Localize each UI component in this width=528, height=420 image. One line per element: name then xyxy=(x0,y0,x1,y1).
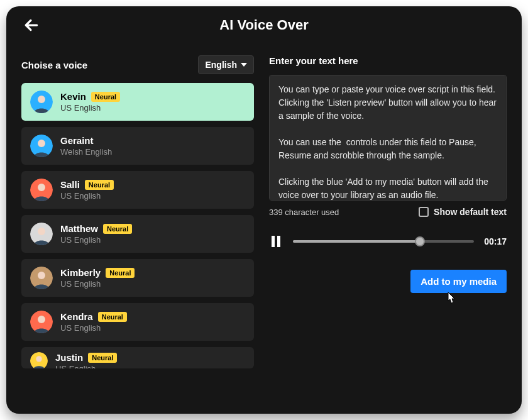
voice-name: Matthew xyxy=(60,223,98,234)
back-button[interactable] xyxy=(21,15,41,35)
voice-name: Kimberly xyxy=(60,267,101,278)
svg-point-3 xyxy=(38,96,45,103)
neural-badge: Neural xyxy=(88,353,117,363)
svg-point-11 xyxy=(38,272,45,279)
voice-sub: US English xyxy=(55,364,117,368)
add-to-media-button[interactable]: Add to my media xyxy=(410,270,507,293)
avatar xyxy=(30,352,48,368)
script-input[interactable] xyxy=(269,75,507,201)
voice-meta: KimberlyNeuralUS English xyxy=(60,267,135,289)
svg-point-9 xyxy=(38,228,45,235)
show-default-text-label: Show default text xyxy=(434,207,507,217)
voice-name: Kendra xyxy=(60,311,93,322)
avatar xyxy=(30,179,53,201)
voice-name-row: Geraint xyxy=(60,135,112,146)
page-title: AI Voice Over xyxy=(219,17,308,33)
left-panel: Choise a voice English KevinNeuralUS Eng… xyxy=(21,44,254,399)
avatar xyxy=(30,135,53,157)
voice-card[interactable]: KevinNeuralUS English xyxy=(21,83,254,121)
neural-badge: Neural xyxy=(103,224,132,234)
voice-sub: US English xyxy=(60,235,132,245)
voice-sub: US English xyxy=(60,191,114,201)
voice-card[interactable]: SalliNeuralUS English xyxy=(21,171,254,209)
voice-name-row: SalliNeural xyxy=(60,179,114,190)
voice-card[interactable]: GeraintWelsh English xyxy=(21,127,254,165)
neural-badge: Neural xyxy=(91,92,120,102)
avatar xyxy=(30,223,53,245)
caret-down-icon xyxy=(241,62,247,68)
voice-card[interactable]: MatthewNeuralUS English xyxy=(21,215,254,253)
text-label: Enter your text here xyxy=(269,55,507,66)
svg-rect-16 xyxy=(272,236,275,247)
language-select[interactable]: English xyxy=(198,55,254,74)
right-panel: Enter your text here 339 character used … xyxy=(269,44,507,399)
seek-track[interactable] xyxy=(293,240,474,243)
time-display: 00:17 xyxy=(484,236,507,246)
voice-sub: Welsh English xyxy=(60,147,112,157)
voice-sub: US English xyxy=(60,323,127,333)
cursor-icon xyxy=(444,291,458,307)
svg-point-15 xyxy=(36,356,41,362)
textarea-footer: 339 character used Show default text xyxy=(269,207,507,217)
choose-voice-label: Choise a voice xyxy=(21,60,87,70)
voice-card[interactable]: JustinNeuralUS English xyxy=(21,347,254,368)
svg-rect-17 xyxy=(277,236,280,247)
app-window: AI Voice Over Choise a voice English Kev… xyxy=(6,6,522,414)
left-panel-header: Choise a voice English xyxy=(21,55,254,74)
voice-sub: US English xyxy=(60,279,135,289)
voice-name-row: MatthewNeural xyxy=(60,223,132,234)
checkbox-icon xyxy=(419,207,429,217)
voice-name-row: KevinNeural xyxy=(60,91,120,102)
voice-name: Salli xyxy=(60,179,80,190)
avatar xyxy=(30,311,53,333)
svg-point-5 xyxy=(38,140,45,147)
svg-point-13 xyxy=(38,316,45,323)
avatar xyxy=(30,267,53,289)
neural-badge: Neural xyxy=(85,180,114,190)
body: Choise a voice English KevinNeuralUS Eng… xyxy=(6,44,522,414)
language-select-value: English xyxy=(205,60,237,70)
voice-list: KevinNeuralUS EnglishGeraintWelsh Englis… xyxy=(21,83,254,399)
voice-meta: SalliNeuralUS English xyxy=(60,179,114,201)
voice-name: Kevin xyxy=(60,91,86,102)
voice-name: Geraint xyxy=(60,135,94,146)
voice-meta: JustinNeuralUS English xyxy=(55,352,117,368)
svg-marker-1 xyxy=(241,63,247,67)
voice-name-row: JustinNeural xyxy=(55,352,117,363)
pause-button[interactable] xyxy=(269,235,283,248)
cta-row: Add to my media xyxy=(269,270,507,293)
svg-point-7 xyxy=(38,184,45,191)
voice-card[interactable]: KendraNeuralUS English xyxy=(21,303,254,341)
arrow-left-icon xyxy=(23,17,40,33)
seek-progress xyxy=(293,240,420,243)
voice-meta: GeraintWelsh English xyxy=(60,135,112,157)
show-default-text-toggle[interactable]: Show default text xyxy=(419,207,507,217)
voice-name: Justin xyxy=(55,352,83,363)
voice-meta: MatthewNeuralUS English xyxy=(60,223,132,245)
char-count: 339 character used xyxy=(269,207,339,217)
seek-thumb[interactable] xyxy=(415,236,425,246)
neural-badge: Neural xyxy=(106,268,135,278)
audio-player: 00:17 xyxy=(269,235,507,248)
voice-card[interactable]: KimberlyNeuralUS English xyxy=(21,259,254,297)
pause-icon xyxy=(271,236,281,247)
voice-name-row: KimberlyNeural xyxy=(60,267,135,278)
neural-badge: Neural xyxy=(98,312,127,322)
header: AI Voice Over xyxy=(6,6,522,44)
voice-name-row: KendraNeural xyxy=(60,311,127,322)
avatar xyxy=(30,91,53,113)
voice-sub: US English xyxy=(60,103,120,113)
voice-meta: KendraNeuralUS English xyxy=(60,311,127,333)
voice-meta: KevinNeuralUS English xyxy=(60,91,120,113)
